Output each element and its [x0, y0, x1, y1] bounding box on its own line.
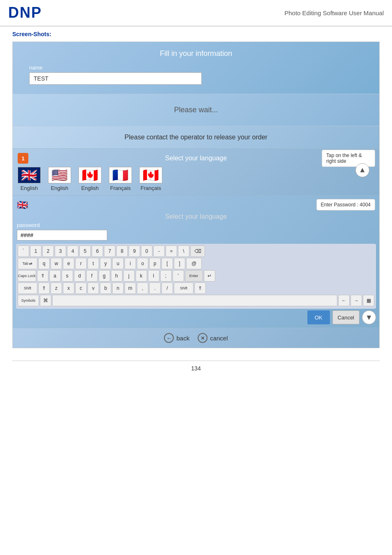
keyboard-row-2: Tab ⇄ q w e r t y u i o p [ ] @ — [18, 258, 374, 269]
key-arrow-left[interactable]: ← — [338, 295, 350, 306]
back-button[interactable]: ← back — [164, 333, 189, 343]
key-8[interactable]: 8 — [116, 245, 128, 257]
lang-flag-ca2[interactable]: Français — [139, 167, 162, 191]
key-a[interactable]: a — [49, 270, 61, 282]
select-lang-header: 1 Select your language 2 Tap on the left… — [13, 153, 379, 164]
key-s[interactable]: s — [62, 270, 73, 282]
flag-uk-label: English — [21, 185, 38, 191]
flag-ca2-label: Français — [141, 185, 161, 191]
key-minus[interactable]: - — [153, 245, 165, 257]
password-input[interactable] — [17, 230, 107, 240]
key-backtick[interactable]: ` — [18, 245, 29, 257]
key-x[interactable]: x — [63, 282, 74, 294]
key-k[interactable]: k — [136, 270, 147, 282]
key-9[interactable]: 9 — [129, 245, 140, 257]
key-5[interactable]: 5 — [79, 245, 91, 257]
key-cmd[interactable]: ⌘ — [40, 295, 51, 306]
key-g[interactable]: g — [99, 270, 110, 282]
key-o[interactable]: o — [137, 258, 148, 269]
key-grid[interactable]: ▦ — [363, 295, 374, 306]
key-shift-right-arrow[interactable]: ⇑ — [194, 282, 206, 294]
flag-us-icon — [48, 167, 71, 183]
cancel-button[interactable]: Cancel — [332, 310, 360, 324]
key-u[interactable]: u — [112, 258, 124, 269]
key-shift-up[interactable]: ⇑ — [38, 282, 50, 294]
password-flag: 🇬🇧 — [17, 200, 28, 210]
key-n[interactable]: n — [112, 282, 124, 294]
key-p[interactable]: p — [149, 258, 161, 269]
key-enter[interactable]: ↵ — [204, 270, 215, 282]
key-6[interactable]: 6 — [92, 245, 103, 257]
keyboard-row-1: ` 1 2 3 4 5 6 7 8 9 0 - = \ ⌫ — [18, 245, 374, 257]
cancel-icon: ✕ — [198, 333, 208, 343]
up-arrow-btn[interactable]: ▲ — [355, 163, 369, 177]
screen-password: 🇬🇧 Select your language password Enter P… — [13, 195, 379, 328]
ok-button[interactable]: OK — [307, 310, 330, 324]
key-symbols[interactable]: Symbols — [18, 295, 39, 306]
key-backslash[interactable]: \ — [178, 245, 189, 257]
screen-contact: Please contact the operator to release y… — [13, 126, 379, 148]
key-comma[interactable]: , — [137, 282, 148, 294]
enter-password-hint: Enter Password : 4004 — [316, 199, 375, 210]
lang-flag-us[interactable]: English — [48, 167, 71, 191]
flag-ca-label: English — [81, 185, 99, 191]
key-close-bracket[interactable]: ] — [174, 258, 185, 269]
key-space[interactable] — [52, 295, 337, 306]
key-l[interactable]: l — [148, 270, 159, 282]
keyboard-row-4: Shift ⇑ z x c v b n m , . / Shift ⇑ — [18, 282, 374, 294]
key-equals[interactable]: = — [166, 245, 177, 257]
key-y[interactable]: y — [100, 258, 111, 269]
key-i[interactable]: i — [125, 258, 136, 269]
key-4[interactable]: 4 — [67, 245, 78, 257]
key-f[interactable]: f — [86, 270, 98, 282]
lang-flag-uk[interactable]: English — [18, 167, 41, 191]
page-header: DNP Photo Editing Software User Manual — [0, 0, 392, 27]
key-arrow-right[interactable]: → — [350, 295, 362, 306]
page-number: 134 — [12, 361, 380, 372]
password-field-area: password — [17, 222, 375, 240]
key-r[interactable]: r — [75, 258, 87, 269]
key-open-bracket[interactable]: [ — [161, 258, 173, 269]
key-e[interactable]: e — [63, 258, 74, 269]
key-v[interactable]: v — [88, 282, 99, 294]
key-backspace[interactable]: ⌫ — [190, 245, 205, 257]
key-tab[interactable]: Tab ⇄ — [18, 258, 37, 269]
header-title: Photo Editing Software User Manual — [284, 9, 384, 16]
name-input[interactable] — [29, 72, 202, 85]
key-7[interactable]: 7 — [104, 245, 115, 257]
key-caps[interactable]: Caps Lock — [18, 270, 36, 282]
key-0[interactable]: 0 — [141, 245, 152, 257]
key-t[interactable]: t — [88, 258, 99, 269]
back-icon: ← — [164, 333, 174, 343]
key-z[interactable]: z — [51, 282, 62, 294]
key-shift-left[interactable]: Shift — [18, 282, 37, 294]
key-h[interactable]: h — [111, 270, 122, 282]
keyboard: ` 1 2 3 4 5 6 7 8 9 0 - = \ ⌫ — [16, 244, 376, 309]
key-m[interactable]: m — [125, 282, 136, 294]
key-q[interactable]: q — [38, 258, 50, 269]
flag-us-label: English — [51, 185, 69, 191]
key-2[interactable]: 2 — [42, 245, 54, 257]
flag-fr-icon — [109, 167, 132, 183]
key-d[interactable]: d — [74, 270, 85, 282]
cancel-nav-label: cancel — [210, 335, 228, 342]
key-b[interactable]: b — [100, 282, 111, 294]
key-slash[interactable]: / — [161, 282, 173, 294]
key-3[interactable]: 3 — [55, 245, 66, 257]
key-c[interactable]: c — [75, 282, 87, 294]
key-j[interactable]: j — [123, 270, 135, 282]
key-period[interactable]: . — [149, 282, 161, 294]
logo: DNP — [8, 4, 42, 21]
key-semicolon[interactable]: ; — [160, 270, 172, 282]
key-quote[interactable]: ' — [173, 270, 184, 282]
lang-flag-ca[interactable]: English — [78, 167, 101, 191]
key-1[interactable]: 1 — [30, 245, 42, 257]
key-shift-arrow[interactable]: ⇑ — [37, 270, 48, 282]
key-w[interactable]: w — [51, 258, 62, 269]
down-arrow-btn[interactable]: ▼ — [362, 310, 376, 324]
lang-flag-fr[interactable]: Français — [109, 167, 132, 191]
key-at[interactable]: @ — [186, 258, 202, 269]
keyboard-row-3: Caps Lock ⇑ a s d f g h j k l ; ' Enter … — [18, 270, 374, 282]
cancel-nav-button[interactable]: ✕ cancel — [198, 333, 228, 343]
key-shift-right[interactable]: Shift — [174, 282, 194, 294]
